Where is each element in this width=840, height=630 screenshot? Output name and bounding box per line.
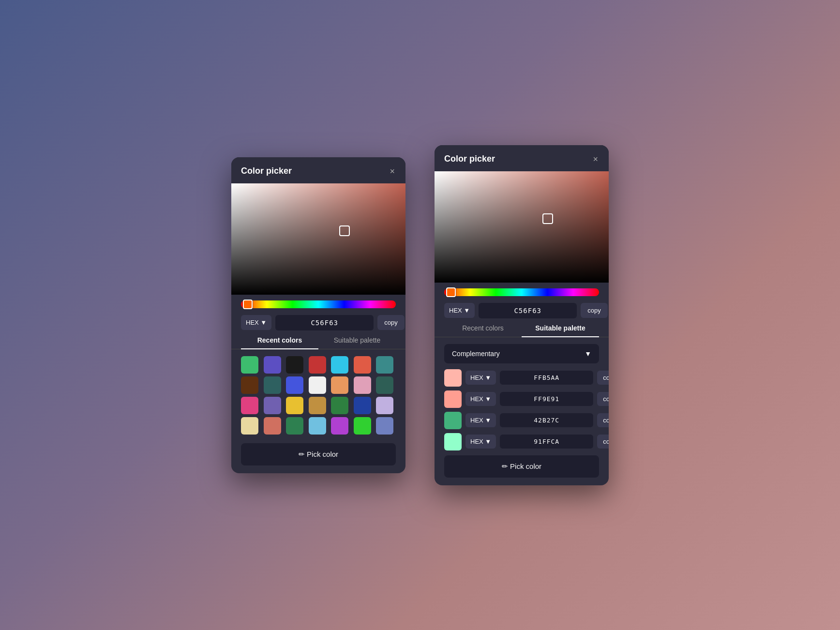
hue-slider-left[interactable] <box>241 300 396 308</box>
close-button-left[interactable]: × <box>389 166 396 177</box>
swatch-3[interactable] <box>309 356 326 374</box>
swatch-22[interactable] <box>264 417 281 435</box>
color-canvas-left[interactable] <box>231 183 405 295</box>
palette-hex-value-1[interactable] <box>500 392 593 406</box>
copy-button-left[interactable]: copy <box>377 315 404 330</box>
palette-row-1: HEX ▼ copy <box>444 390 599 408</box>
pick-color-button-left[interactable]: ✏ Pick color <box>241 443 396 465</box>
hex-row-right: HEX ▼ copy <box>435 296 609 318</box>
swatch-8[interactable] <box>264 376 281 394</box>
palette-hex-value-0[interactable] <box>500 371 593 385</box>
color-picker-right: Color picker × HEX ▼ copy Recent colors … <box>435 145 609 485</box>
swatch-12[interactable] <box>354 376 371 394</box>
tab-recent-right[interactable]: Recent colors <box>444 324 522 337</box>
palette-row-0: HEX ▼ copy <box>444 369 599 387</box>
palette-copy-1[interactable]: copy <box>597 392 609 406</box>
palette-hex-value-3[interactable] <box>500 435 593 449</box>
swatch-0[interactable] <box>241 356 258 374</box>
color-canvas-right[interactable] <box>435 171 609 283</box>
swatch-18[interactable] <box>331 397 348 414</box>
hex-value-input-left[interactable] <box>275 315 374 330</box>
palette-swatch-0 <box>444 369 462 387</box>
swatch-15[interactable] <box>264 397 281 414</box>
palette-hex-type-2[interactable]: HEX ▼ <box>465 413 496 427</box>
swatch-5[interactable] <box>354 356 371 374</box>
tabs-row-right: Recent colors Suitable palette <box>435 318 609 337</box>
palette-copy-2[interactable]: copy <box>597 413 609 427</box>
swatch-17[interactable] <box>309 397 326 414</box>
swatch-25[interactable] <box>331 417 348 435</box>
palette-row-3: HEX ▼ copy <box>444 433 599 450</box>
swatch-14[interactable] <box>241 397 258 414</box>
palette-dropdown-arrow: ▼ <box>585 350 591 358</box>
swatch-27[interactable] <box>376 417 393 435</box>
hex-type-button-right[interactable]: HEX ▼ <box>444 303 475 318</box>
hex-row-left: HEX ▼ copy <box>231 308 405 330</box>
canvas-right[interactable] <box>435 171 609 283</box>
palette-dropdown-row: Complementary ▼ <box>435 337 609 363</box>
palette-copy-3[interactable]: copy <box>597 435 609 449</box>
palette-swatch-3 <box>444 433 462 450</box>
swatch-4[interactable] <box>331 356 348 374</box>
palette-dropdown-label: Complementary <box>452 350 500 358</box>
palette-dropdown-button[interactable]: Complementary ▼ <box>444 344 599 363</box>
palette-swatch-1 <box>444 390 462 408</box>
swatch-20[interactable] <box>376 397 393 414</box>
swatch-24[interactable] <box>309 417 326 435</box>
tabs-row-left: Recent colors Suitable palette <box>231 330 405 349</box>
hue-thumb-right <box>446 287 456 297</box>
tab-suitable-right[interactable]: Suitable palette <box>522 324 599 337</box>
swatch-16[interactable] <box>286 397 303 414</box>
panel-header-left: Color picker × <box>231 157 405 183</box>
swatch-10[interactable] <box>309 376 326 394</box>
swatch-6[interactable] <box>376 356 393 374</box>
hex-value-input-right[interactable] <box>479 303 577 318</box>
hue-thumb-left <box>243 300 253 309</box>
palette-swatch-2 <box>444 412 462 429</box>
swatch-7[interactable] <box>241 376 258 394</box>
panel-title-right: Color picker <box>444 154 495 164</box>
panel-header-right: Color picker × <box>435 145 609 171</box>
swatch-21[interactable] <box>241 417 258 435</box>
palette-hex-type-1[interactable]: HEX ▼ <box>465 392 496 406</box>
pick-color-button-right[interactable]: ✏ Pick color <box>444 455 599 478</box>
swatch-1[interactable] <box>264 356 281 374</box>
swatch-11[interactable] <box>331 376 348 394</box>
palette-copy-0[interactable]: copy <box>597 371 609 385</box>
close-button-right[interactable]: × <box>592 154 599 165</box>
palette-row-2: HEX ▼ copy <box>444 412 599 429</box>
panel-title-left: Color picker <box>241 166 292 176</box>
hue-slider-right[interactable] <box>444 288 599 296</box>
swatch-19[interactable] <box>354 397 371 414</box>
palette-colors-list: HEX ▼ copy HEX ▼ copy HEX ▼ copy HEX ▼ c… <box>435 363 609 450</box>
canvas-left[interactable] <box>231 183 405 295</box>
palette-hex-value-2[interactable] <box>500 413 593 427</box>
hue-slider-wrap-left <box>231 295 405 308</box>
swatch-26[interactable] <box>354 417 371 435</box>
swatch-9[interactable] <box>286 376 303 394</box>
swatch-23[interactable] <box>286 417 303 435</box>
recent-colors-grid <box>231 349 405 438</box>
hex-type-button-left[interactable]: HEX ▼ <box>241 315 271 330</box>
swatch-2[interactable] <box>286 356 303 374</box>
tab-recent-left[interactable]: Recent colors <box>241 336 318 349</box>
copy-button-right[interactable]: copy <box>581 303 607 318</box>
palette-hex-type-3[interactable]: HEX ▼ <box>465 435 496 449</box>
tab-suitable-left[interactable]: Suitable palette <box>318 336 396 349</box>
swatch-13[interactable] <box>376 376 393 394</box>
palette-hex-type-0[interactable]: HEX ▼ <box>465 371 496 385</box>
color-picker-left: Color picker × HEX ▼ copy Recent colors … <box>231 157 405 473</box>
hue-slider-wrap-right <box>435 283 609 296</box>
